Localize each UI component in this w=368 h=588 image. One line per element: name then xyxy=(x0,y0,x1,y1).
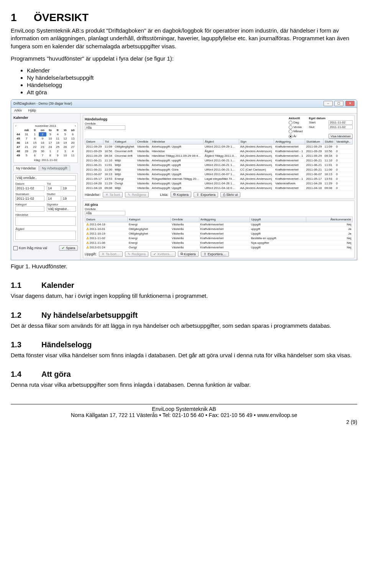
signatur-select[interactable]: Välj signatur.. xyxy=(47,206,76,212)
cal-next-icon[interactable]: › xyxy=(75,124,76,128)
table-row[interactable]: ⚠ 2011-10-01OtillgänglighetVästeråsKraft… xyxy=(85,227,353,232)
table-row[interactable]: ⚠ 2011-04-18EnergiVästeråsKraftvärmeverk… xyxy=(85,222,353,227)
table-row[interactable]: 2011-06-2111:10MiljöVästeråsArbetsuppgif… xyxy=(85,158,353,163)
datum-input[interactable]: 2011-11-02 xyxy=(15,186,44,191)
page-number: 2 (9) xyxy=(11,419,357,425)
table-row[interactable]: 2011-05-1713:53EnergiVästeråsRökgasfläkt… xyxy=(85,177,353,181)
datum-label: Datum xyxy=(15,182,25,186)
calendar-grid[interactable]: måtiontofrlösö44311234564578910111213461… xyxy=(15,128,77,158)
ny-handelse-form: Välj område.. Datum2011-11-02 Tid1419 Sl… xyxy=(13,173,78,242)
ag-title: Att göra xyxy=(85,203,353,207)
close-button[interactable]: ✕ xyxy=(345,101,355,106)
table-row[interactable]: ⚠ 2011-11-06EnergiVästeråsKraftvärmeverk… xyxy=(85,241,353,245)
aktuellt-box: Aktuellt Eget datum Dag Start:2011-11-02… xyxy=(289,117,353,139)
hl-title: Händelselogg xyxy=(85,117,125,121)
table-row[interactable]: 2011-06-2111:00MiljöVästeråsArbetsuppgif… xyxy=(85,168,353,172)
s12-heading: 1.2Ny händelse/arbetsuppgift xyxy=(11,311,357,320)
app-window: DriftDagboken - Demo (39 dagar kvar) – ▢… xyxy=(11,99,357,260)
intro-para-1: EnviLoop Systemteknik AB:s produkt "Drif… xyxy=(11,27,357,50)
slutdatum-input[interactable]: 2011-11-02 xyxy=(15,196,44,201)
start-date-input[interactable]: 2011-11-02 xyxy=(329,120,353,125)
tabs: Ny Händelse Ny Arbetsuppgift xyxy=(13,165,78,171)
ag-redigera-button[interactable]: ✎ Redigera xyxy=(125,251,149,257)
kategori-select[interactable] xyxy=(15,206,44,212)
sluttid-m-input[interactable]: 19 xyxy=(62,196,76,201)
footer-rule xyxy=(11,404,357,404)
ag-omrade-label: Område xyxy=(85,207,353,211)
atgard-textarea[interactable] xyxy=(15,231,76,240)
attgora-panel: Att göra Område Alla DatumKategoriOmråde… xyxy=(83,200,355,258)
handelse-label: Händelse xyxy=(15,213,28,217)
valj-omrade-select[interactable]: Välj område.. xyxy=(15,175,76,181)
ag-omrade-select[interactable]: Alla xyxy=(85,211,125,215)
hl-redigera-button[interactable]: ✎ Redigera xyxy=(125,192,149,197)
hl-tabort-button[interactable]: ✕ Ta bort xyxy=(103,192,123,197)
hl-omrade-label: Område xyxy=(85,122,125,125)
figure-caption: Figur 1. Huvudfönster. xyxy=(11,263,357,270)
slutdatum-label: Slutdatum xyxy=(15,192,29,196)
menu-hjalp[interactable]: Hjälp xyxy=(28,108,36,112)
menu-arkiv[interactable]: Arkiv xyxy=(14,108,22,112)
s14-body: Denna ruta visar vilka arbetsuppgifter s… xyxy=(11,381,357,389)
tab-ny-handelse[interactable]: Ny Händelse xyxy=(13,165,39,171)
kom-ihag-checkbox[interactable]: Kom ihåg mina val xyxy=(13,246,47,250)
ag-exportera-button[interactable]: ⇪ Exportera… xyxy=(201,251,229,257)
cal-today[interactable]: Idag: 2011-11-02 xyxy=(15,158,77,162)
s13-body: Detta fönster visar vilka händelser som … xyxy=(11,351,357,359)
intro-para-2: Programmets "huvudfönster" är uppdelat i… xyxy=(11,55,357,62)
tid-h-input[interactable]: 14 xyxy=(47,186,61,191)
tid-m-input[interactable]: 19 xyxy=(62,186,76,191)
maximize-button[interactable]: ▢ xyxy=(334,101,343,106)
s13-heading: 1.3Händelselogg xyxy=(11,340,357,349)
s12-body: Det är dessa flikar som används för att … xyxy=(11,322,357,330)
hl-skrivut-button[interactable]: ⎙ Skriv ut xyxy=(220,192,240,197)
sluttid-label: Sluttid xyxy=(47,192,55,196)
section-heading: 1ÖVERSIKT xyxy=(11,11,357,24)
ag-kopiera-button[interactable]: ⧉ Kopiera xyxy=(178,251,199,257)
ag-tabort-button[interactable]: ✕ Ta bort… xyxy=(99,251,123,257)
kalender-title: Kalender xyxy=(13,116,78,120)
hl-table[interactable]: DatumTidKategoriOmrådeHändelseÅtgärdSign… xyxy=(85,139,353,191)
hl-exportera-button[interactable]: ⇪ Exportera xyxy=(194,192,218,197)
window-title: DriftDagboken - Demo (39 dagar kvar) xyxy=(13,102,72,105)
window-buttons: – ▢ ✕ xyxy=(323,101,355,106)
ag-table[interactable]: DatumKategoriOmrådeAnläggningUppgiftÅter… xyxy=(85,217,353,250)
table-row[interactable]: 2011-04-1809:08MiljöVästeråsArbetsuppgif… xyxy=(85,186,353,191)
footer: EnviLoop Systemteknik AB Norra Källgatan… xyxy=(11,406,357,418)
handelselogg-panel: Händelselogg Område Alla Aktuellt Eget d… xyxy=(83,115,355,199)
s11-heading: 1.1Kalender xyxy=(11,281,357,290)
table-row[interactable]: ⚠ 2013-01-24ÖvrigtVästeråsKraftvärmeverk… xyxy=(85,245,353,250)
menubar: Arkiv Hjälp xyxy=(11,108,357,113)
hl-omrade-select[interactable]: Alla xyxy=(85,125,125,130)
spara-button[interactable]: ✔Spara xyxy=(59,245,78,251)
atgard-label: Åtgärd xyxy=(15,227,25,231)
signatur-label: Signatur xyxy=(47,203,58,206)
table-row[interactable]: 2011-09-2910:56Onormal driftVästeråsHänd… xyxy=(85,149,353,154)
table-row[interactable]: 2011-04-2811:29ÖvrigtVästeråsArbetsuppgi… xyxy=(85,181,353,186)
cal-prev-icon[interactable]: ‹ xyxy=(15,124,16,128)
kategori-label: Kategori xyxy=(15,203,27,206)
minimize-button[interactable]: – xyxy=(324,101,333,106)
cal-month: november 2011 xyxy=(35,124,56,128)
tid-label: Tid xyxy=(47,182,51,186)
s11-body: Visar dagens datum, har i övrigt ingen k… xyxy=(11,292,357,300)
bullet-list: Kalender Ny händelse/arbetsuppgift Hände… xyxy=(27,67,357,95)
hl-kopiera-button[interactable]: ⧉ Kopiera xyxy=(171,192,191,197)
table-row[interactable]: ⚠ 2011-10-19OtillgänglighetVästeråsKraft… xyxy=(85,232,353,236)
slut-date-input[interactable]: 2011-11-02 xyxy=(329,125,353,129)
table-row[interactable]: 2011-09-2911:09OtillgänglighetVästeråsAr… xyxy=(85,145,353,149)
ag-kvittera-button[interactable]: ✔ Kvittera… xyxy=(151,251,176,257)
handelse-textarea[interactable] xyxy=(15,217,76,226)
tab-ny-arbetsuppgift[interactable]: Ny Arbetsuppgift xyxy=(39,165,70,171)
table-row[interactable]: 2011-09-2909:34Onormal driftVästeråsHänd… xyxy=(85,154,353,158)
s14-heading: 1.4Att göra xyxy=(11,370,357,379)
ar-radio[interactable] xyxy=(289,135,292,138)
table-row[interactable]: 2011-06-0716:13MiljöVästeråsArbetsuppgif… xyxy=(85,172,353,177)
table-row[interactable]: ⚠ 2011-11-02EnergiVästeråsKraftvärmeverk… xyxy=(85,236,353,241)
titlebar: DriftDagboken - Demo (39 dagar kvar) – ▢… xyxy=(11,100,357,108)
table-row[interactable]: 2011-06-2111:01MiljöVästeråsArbetsuppgif… xyxy=(85,163,353,168)
visa-handelser-button[interactable]: Visa händelser xyxy=(329,134,353,139)
calendar[interactable]: ‹ november 2011 › måtiontofrlösö44311234… xyxy=(13,123,78,163)
sluttid-h-input[interactable]: 14 xyxy=(47,196,61,201)
